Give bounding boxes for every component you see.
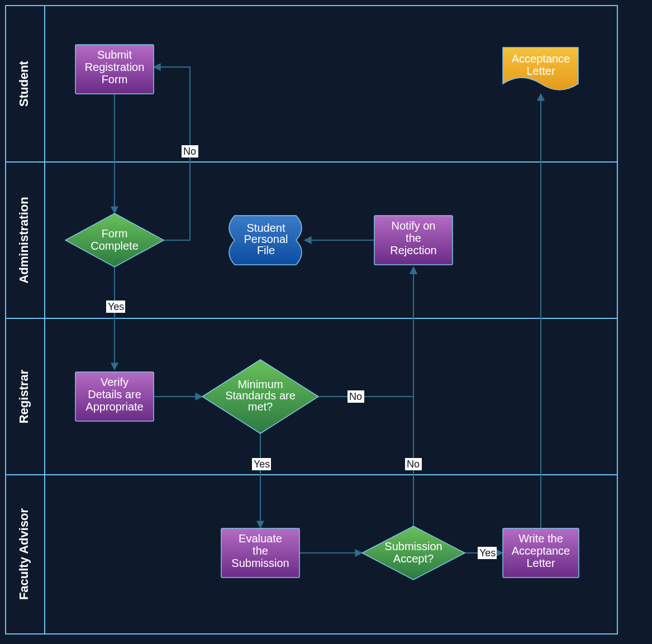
edge-label-formcomplete-yes: Yes: [108, 301, 124, 312]
edge-label-submissionaccept-yes: Yes: [479, 547, 496, 559]
node-form-complete: FormComplete: [65, 213, 164, 267]
node-student-file: StudentPersonalFile: [229, 216, 302, 265]
node-submit-registration: SubmitRegistrationForm: [75, 45, 154, 94]
lane-label-registrar: Registrar: [17, 369, 31, 423]
node-min-standards: MinimumStandards aremet?: [202, 360, 318, 433]
edge-label-minstandards-no: No: [349, 391, 362, 402]
node-write-acceptance: Write theAcceptanceLetter: [503, 528, 579, 578]
lane-label-faculty-advisor: Faculty Advisor: [17, 508, 31, 600]
swimlane-diagram: Student Administration Registrar Faculty…: [0, 0, 652, 644]
lane-label-student: Student: [17, 60, 31, 107]
lane-label-administration: Administration: [17, 197, 31, 283]
node-evaluate-submission: EvaluatetheSubmission: [221, 528, 299, 578]
edges: No Yes No Yes No Yes: [106, 67, 541, 559]
lane-labels: Student Administration Registrar Faculty…: [17, 60, 31, 600]
node-verify-details: VerifyDetails areAppropriate: [75, 372, 154, 421]
node-notify-rejection: Notify ontheRejection: [374, 216, 453, 265]
edge-label-formcomplete-no: No: [183, 146, 196, 157]
edge-label-minstandards-yes: Yes: [254, 459, 270, 470]
node-acceptance-letter: AcceptanceLetter: [503, 47, 578, 90]
node-submission-accept: SubmissionAccept?: [362, 526, 465, 580]
edge-label-submissionaccept-no: No: [407, 459, 420, 470]
